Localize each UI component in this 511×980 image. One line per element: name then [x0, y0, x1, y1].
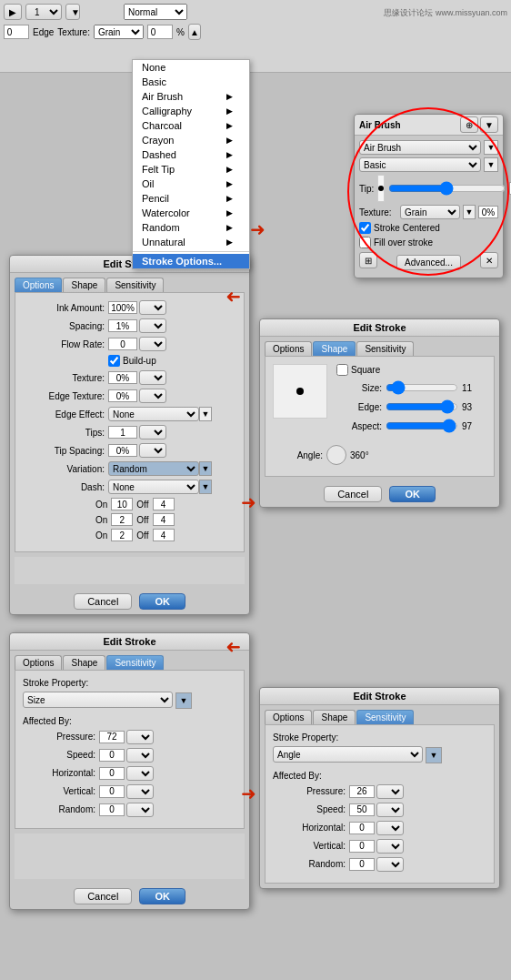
menu-item-oil[interactable]: Oil▶: [133, 177, 249, 191]
sens-angle-tab-options[interactable]: Options: [265, 710, 312, 724]
sens-size-cancel-button[interactable]: Cancel: [74, 888, 132, 904]
edge-effect-select[interactable]: None: [108, 407, 199, 421]
stroke-prop-dropdown2[interactable]: ▼: [426, 747, 442, 763]
edge-input[interactable]: [4, 25, 29, 39]
menu-item-felttip[interactable]: Felt Tip▶: [133, 162, 249, 177]
spacing-select[interactable]: [139, 318, 166, 333]
angle-wheel[interactable]: [326, 445, 346, 465]
airbrush-dropdown-btn2[interactable]: ▼: [484, 157, 498, 172]
menu-item-pencil[interactable]: Pencil▶: [133, 191, 249, 206]
shape-tab-options[interactable]: Options: [265, 341, 312, 356]
airbrush-select2[interactable]: Basic: [359, 157, 481, 172]
tip-spacing-input[interactable]: [108, 444, 137, 457]
pressure-select-angle[interactable]: [376, 784, 404, 799]
sens-size-tab-options[interactable]: Options: [15, 655, 62, 670]
stroke-prop-dropdown[interactable]: ▼: [175, 692, 192, 709]
brush-dropdown-btn[interactable]: ▼: [65, 4, 80, 20]
sens-angle-tab-shape[interactable]: Shape: [313, 710, 356, 724]
menu-item-dashed[interactable]: Dashed▶: [133, 147, 249, 162]
texture-input-opt[interactable]: [108, 371, 137, 384]
pressure-select-size[interactable]: [126, 730, 154, 744]
off3-input[interactable]: [153, 529, 175, 541]
aspect-slider[interactable]: [386, 419, 458, 433]
dash-dropdown[interactable]: ▼: [199, 480, 212, 494]
speed-select-angle[interactable]: [376, 803, 404, 817]
spacing-input[interactable]: [108, 319, 137, 332]
tips-select[interactable]: [139, 425, 166, 439]
edge-slider[interactable]: [386, 399, 458, 414]
menu-item-calligraphy[interactable]: Calligraphy▶: [133, 104, 249, 118]
vertical-input-angle[interactable]: [349, 840, 375, 853]
horizontal-select-size[interactable]: [126, 766, 154, 781]
texture-select[interactable]: Grain: [94, 25, 144, 39]
airbrush-btn1[interactable]: ⊕: [460, 116, 478, 133]
horizontal-select-angle[interactable]: [376, 821, 404, 835]
random-select-angle[interactable]: [376, 857, 404, 872]
pressure-input-size[interactable]: [99, 731, 125, 743]
options-ok-button[interactable]: OK: [139, 593, 185, 610]
vertical-input-size[interactable]: [99, 785, 125, 798]
menu-item-stroke-options[interactable]: Stroke Options...: [133, 254, 249, 268]
tab-shape[interactable]: Shape: [63, 278, 105, 292]
brush-size-select[interactable]: 1: [25, 4, 62, 20]
size-slider[interactable]: [386, 380, 458, 395]
copy-icon-btn[interactable]: ⊞: [359, 252, 377, 268]
normal-select[interactable]: Normal: [124, 4, 187, 20]
stroke-centered-checkbox[interactable]: [359, 222, 371, 234]
variation-dropdown[interactable]: ▼: [199, 461, 212, 476]
shape-tab-shape[interactable]: Shape: [313, 341, 356, 356]
speed-select-size[interactable]: [126, 748, 154, 763]
sens-size-tab-shape[interactable]: Shape: [63, 655, 105, 670]
stroke-prop-select[interactable]: Size: [23, 692, 173, 708]
texture-arrow-btn[interactable]: ▲: [188, 24, 201, 40]
tip-slider[interactable]: [388, 183, 506, 194]
texture-select2[interactable]: Grain: [400, 205, 460, 219]
delete-icon-btn[interactable]: ✕: [480, 252, 498, 268]
speed-input-angle[interactable]: [349, 803, 375, 816]
random-input-size[interactable]: [99, 803, 125, 816]
pressure-input-angle[interactable]: [349, 785, 375, 798]
menu-item-random[interactable]: Random▶: [133, 220, 249, 235]
ink-amount-input[interactable]: [108, 301, 137, 314]
square-checkbox[interactable]: [336, 364, 348, 376]
off2-input[interactable]: [153, 513, 175, 526]
airbrush-btn2[interactable]: ▼: [480, 116, 498, 133]
tips-input[interactable]: [108, 426, 137, 439]
menu-item-charcoal[interactable]: Charcoal▶: [133, 118, 249, 133]
vertical-select-size[interactable]: [126, 784, 154, 799]
on1-input[interactable]: [111, 498, 133, 510]
shape-tab-sensitivity[interactable]: Sensitivity: [356, 341, 414, 356]
vertical-select-angle[interactable]: [376, 839, 404, 854]
horizontal-input-size[interactable]: [99, 767, 125, 780]
menu-item-none[interactable]: None: [133, 60, 249, 75]
random-input-angle[interactable]: [349, 858, 375, 871]
sens-angle-tab-sensitivity[interactable]: Sensitivity: [356, 710, 414, 724]
flow-rate-select[interactable]: [139, 337, 166, 351]
shape-ok-button[interactable]: OK: [389, 486, 436, 502]
menu-item-airbrush[interactable]: Air Brush▶: [133, 89, 249, 104]
ink-amount-select[interactable]: [139, 300, 166, 315]
menu-item-watercolor[interactable]: Watercolor▶: [133, 206, 249, 220]
texture-percent-input[interactable]: [147, 25, 173, 39]
shape-cancel-button[interactable]: Cancel: [324, 486, 382, 502]
menu-item-crayon[interactable]: Crayon▶: [133, 133, 249, 147]
buildup-checkbox[interactable]: [108, 355, 120, 367]
menu-item-basic[interactable]: Basic: [133, 75, 249, 89]
edge-texture-input[interactable]: [108, 389, 137, 402]
variation-select[interactable]: Random: [108, 461, 199, 476]
tip-spacing-select[interactable]: [139, 443, 166, 458]
on3-input[interactable]: [111, 529, 133, 541]
speed-input-size[interactable]: [99, 749, 125, 762]
advanced-button[interactable]: Advanced...: [396, 255, 461, 270]
stroke-prop-select2[interactable]: Angle: [273, 746, 423, 763]
fill-over-stroke-checkbox[interactable]: [359, 237, 371, 248]
tab-sensitivity[interactable]: Sensitivity: [106, 278, 164, 292]
tab-options[interactable]: Options: [15, 278, 62, 292]
flow-rate-input[interactable]: [108, 338, 137, 350]
texture-dropdown-btn[interactable]: ▼: [463, 205, 476, 219]
on2-input[interactable]: [111, 513, 133, 526]
horizontal-input-angle[interactable]: [349, 822, 375, 834]
off1-input[interactable]: [153, 498, 175, 510]
dash-select[interactable]: None: [108, 480, 199, 494]
menu-item-unnatural[interactable]: Unnatural▶: [133, 235, 249, 249]
